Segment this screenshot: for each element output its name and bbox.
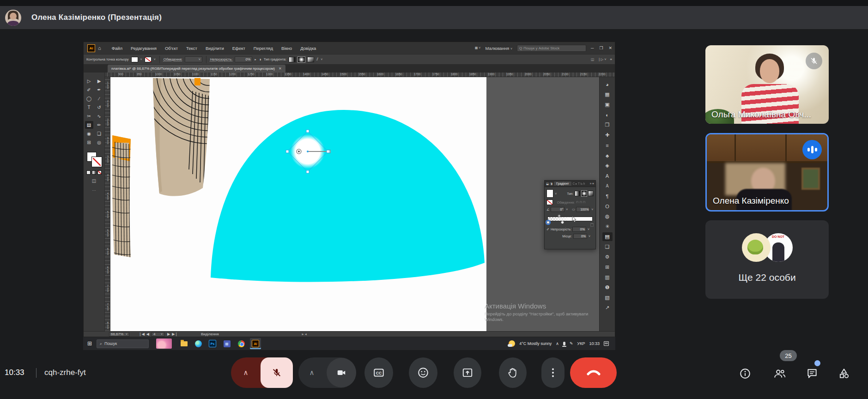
app-tile[interactable]: ▦ (221, 338, 232, 349)
raise-hand-button[interactable] (499, 357, 527, 388)
direct-selection-tool[interactable]: ▶ (95, 77, 103, 85)
home-icon[interactable]: ⌂ (98, 45, 101, 51)
artboard-tool[interactable]: ⊞ (85, 139, 93, 146)
mic-button-group[interactable]: ∧ (231, 357, 293, 388)
minimize-icon[interactable]: ─ (591, 46, 594, 50)
end-call-button[interactable] (570, 357, 617, 388)
participant-tile-olha[interactable]: Ольга Миколаївна Овч... (705, 45, 829, 124)
scissors-tool[interactable]: ✂ (85, 112, 93, 120)
mask-icon[interactable]: ◑ (259, 57, 261, 62)
gradient-stop-left[interactable] (546, 221, 550, 224)
news-widget-thumbnail[interactable] (156, 339, 172, 349)
color-panel[interactable]: ◕ (602, 80, 613, 89)
menu-item[interactable]: Об'єкт (161, 46, 182, 51)
blend-tool[interactable]: ◉ (85, 130, 93, 138)
camera-button[interactable] (327, 358, 356, 387)
mic-options-chevron[interactable]: ∧ (231, 357, 261, 388)
workspace-switcher[interactable]: Малювання ˅ (485, 46, 512, 51)
opentype-panel[interactable]: O (602, 202, 613, 211)
illustrator-logo[interactable]: Ai (87, 44, 95, 52)
menu-item[interactable]: Вікно (277, 46, 296, 51)
present-button[interactable] (454, 357, 481, 388)
panel-linear-chip[interactable] (575, 191, 580, 196)
menu-item[interactable]: Виділити (201, 46, 228, 51)
plus-panel[interactable]: ✚ (602, 131, 613, 139)
opacity-label[interactable]: Непрозорість: (210, 57, 232, 61)
camera-button-group[interactable]: ∧ (298, 357, 356, 388)
chrome-browser[interactable] (236, 338, 247, 349)
menu-item[interactable]: Файл (108, 46, 127, 51)
weather-icon[interactable] (509, 340, 515, 347)
gradient-tool[interactable]: ▤ (85, 121, 93, 129)
width-tool[interactable]: ∿ (95, 112, 103, 120)
gradient-panel-icon[interactable]: ▤ (602, 232, 613, 241)
prev-page-icon[interactable]: ◀ (146, 332, 149, 336)
gradient-button[interactable] (92, 170, 96, 175)
fill-stroke-indicator[interactable] (87, 152, 102, 167)
location-value[interactable]: 0% (573, 234, 587, 239)
list-icon[interactable]: ≡ (610, 57, 612, 61)
meeting-details-button[interactable] (739, 367, 752, 380)
camera-options-chevron[interactable]: ∧ (298, 357, 325, 388)
zoom-level-dropdown[interactable]: 66,67%˅ (109, 332, 129, 337)
none-button[interactable] (97, 170, 102, 175)
draw-mode-icon[interactable]: ◫ (92, 178, 96, 183)
panel-radial-chip[interactable] (582, 191, 587, 196)
zoom-tool[interactable]: ◎ (95, 139, 103, 146)
menu-item[interactable]: Ефект (228, 46, 249, 51)
mic-mute-button[interactable] (261, 357, 293, 388)
panel-fill-stroke[interactable] (546, 200, 553, 205)
gradient-linear-chip[interactable] (289, 57, 296, 62)
small-cup[interactable] (112, 135, 131, 257)
curvature-tool[interactable]: ✐ (85, 86, 93, 94)
settings-panel[interactable]: ⚙ (602, 253, 613, 261)
notification-center-icon[interactable] (604, 341, 609, 346)
screen-mode-icon[interactable]: ❘▷ ˅ (598, 57, 607, 61)
reactions-button[interactable] (409, 357, 437, 388)
libraries-panel[interactable]: ❐ (602, 121, 613, 129)
scroll-arrows[interactable]: ▸ ◂ (302, 332, 307, 336)
chat-button[interactable] (806, 367, 819, 380)
taskbar-search[interactable]: ⌕ Пошук (97, 339, 149, 348)
character-panel[interactable]: A (602, 171, 613, 180)
menu-item[interactable]: Текст (182, 46, 201, 51)
participant-tile-olena[interactable]: Олена Казіміренко (705, 133, 829, 212)
stroke-label[interactable]: Обведення: (164, 57, 182, 61)
export-panel[interactable]: ↗ (602, 303, 613, 312)
menu-item[interactable]: Довідка (296, 46, 320, 51)
tray-pen-icon[interactable]: ✎ (570, 341, 573, 346)
participants-button[interactable] (773, 367, 786, 380)
panel-freeform-chip[interactable] (588, 191, 594, 196)
paragraph-panel[interactable]: ¶ (602, 192, 613, 200)
edit-gradient-icon[interactable]: ⫽ (316, 57, 318, 62)
panel-dock-icon[interactable]: ◫ (591, 57, 594, 61)
symbol-tool[interactable]: ❏ (95, 130, 103, 138)
fill-swatch[interactable] (131, 57, 138, 62)
rotate-tool[interactable]: ↺ (95, 103, 103, 111)
transform-panel[interactable]: ⊞ (602, 263, 613, 272)
toolbar-more-icon[interactable]: … (92, 187, 96, 192)
gradient-swatch[interactable] (546, 189, 553, 198)
language-indicator[interactable]: УКР (577, 341, 585, 346)
pen-tool[interactable]: ✒ (95, 86, 103, 94)
start-button[interactable]: ⊞ (87, 340, 92, 347)
angle-value[interactable]: 0° (551, 207, 565, 212)
menu-item[interactable]: Редагування (127, 46, 161, 51)
panel-opacity-value[interactable]: 0% (572, 227, 586, 232)
symbols-panel[interactable]: ◐ (602, 110, 613, 119)
weather-text[interactable]: 4°C Mostly sunny (519, 341, 552, 346)
selection-tool[interactable]: ▷ (85, 77, 93, 85)
tray-mic-icon[interactable] (563, 342, 565, 345)
page-number-dropdown[interactable]: 4˅ (152, 332, 164, 337)
gradient-radial-chip[interactable] (298, 57, 305, 62)
pathfinder-panel[interactable]: ▧ (602, 293, 613, 302)
gradient-tab[interactable]: Градієнт (554, 181, 571, 186)
gradient-stop-mid[interactable] (561, 221, 564, 224)
transparency-panel[interactable]: ◍ (602, 212, 613, 221)
type-tool[interactable]: T (85, 103, 93, 111)
character-styles-panel[interactable]: Ａ (602, 181, 613, 190)
gradient-freeform-chip[interactable] (307, 57, 314, 62)
gradient-panel-header[interactable]: ⬓ ◨ Градієнт C ▸ T Ь h » ≡ (545, 181, 595, 187)
stroke-indicator[interactable] (92, 157, 102, 167)
appearance-panel[interactable]: ✳ (602, 222, 613, 231)
